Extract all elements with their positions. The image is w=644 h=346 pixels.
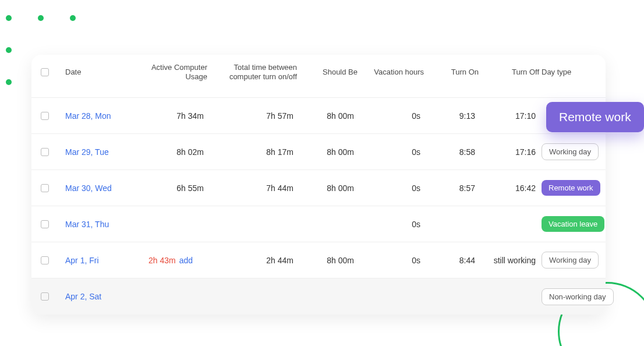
vacation-value: 0s xyxy=(360,256,424,265)
row-checkbox[interactable] xyxy=(41,256,49,264)
should-be-value: 8h 00m xyxy=(299,256,358,265)
should-be-value: 8h 00m xyxy=(299,111,358,121)
total-time-value: 7h 44m xyxy=(210,183,297,193)
table-row: Mar 31, Thu0sVacation leave xyxy=(31,206,606,242)
active-usage-value: 8h 02m xyxy=(176,147,204,157)
table-header-row: Date Active ComputerUsage Total time bet… xyxy=(31,55,606,98)
row-checkbox[interactable] xyxy=(41,148,49,156)
turn-on-value: 8:44 xyxy=(426,256,479,265)
turn-off-value: 17:10 xyxy=(481,111,539,121)
select-all-checkbox[interactable] xyxy=(41,68,49,76)
date-link[interactable]: Apr 2, Sat xyxy=(65,292,101,301)
table-row: Mar 29, Tue8h 02m8h 17m8h 00m0s8:5817:16… xyxy=(31,134,606,170)
turn-on-value: 8:57 xyxy=(426,183,479,193)
add-time-link[interactable]: add xyxy=(179,256,193,265)
active-usage-value: 2h 43m xyxy=(148,256,176,265)
date-link[interactable]: Apr 1, Fri xyxy=(65,256,99,265)
day-type-badge[interactable]: Vacation leave xyxy=(542,216,604,232)
header-vacation: Vacation hours xyxy=(374,68,424,77)
timesheet-card: Date Active ComputerUsage Total time bet… xyxy=(31,55,606,315)
row-checkbox[interactable] xyxy=(41,292,49,301)
vacation-value: 0s xyxy=(360,183,424,193)
timesheet-table: Date Active ComputerUsage Total time bet… xyxy=(31,55,606,315)
should-be-value: 8h 00m xyxy=(299,183,358,193)
vacation-value: 0s xyxy=(360,147,424,157)
vacation-value: 0s xyxy=(360,111,424,121)
header-day-type: Day type xyxy=(542,68,623,84)
total-time-value: 8h 17m xyxy=(210,147,297,157)
header-turn-on: Turn On xyxy=(451,68,479,77)
date-link[interactable]: Mar 29, Tue xyxy=(65,147,109,157)
active-usage-value: 6h 55m xyxy=(176,183,204,193)
day-type-badge[interactable]: Remote work xyxy=(542,180,600,196)
turn-off-value: 16:42 xyxy=(481,183,539,193)
highlight-day-type-badge[interactable]: Remote work xyxy=(546,102,644,132)
date-link[interactable]: Mar 30, Wed xyxy=(65,183,112,193)
table-row: Apr 2, SatNon-working day xyxy=(31,278,606,315)
row-checkbox[interactable] xyxy=(41,184,49,192)
date-link[interactable]: Mar 28, Mon xyxy=(65,111,111,121)
active-usage-value: 7h 34m xyxy=(176,111,204,121)
header-turn-off: Turn Off xyxy=(512,68,539,77)
turn-off-value: still working xyxy=(481,256,539,265)
turn-off-value: 17:16 xyxy=(481,147,539,157)
header-date: Date xyxy=(65,68,135,84)
table-row: Mar 28, Mon7h 34m7h 57m8h 00m0s9:1317:10 xyxy=(31,98,606,134)
turn-on-value: 9:13 xyxy=(426,111,479,121)
total-time-value: 2h 44m xyxy=(210,256,297,265)
table-row: Apr 1, Fri2h 43madd2h 44m8h 00m0s8:44sti… xyxy=(31,242,606,278)
should-be-value: 8h 00m xyxy=(299,147,358,157)
row-checkbox[interactable] xyxy=(41,112,49,120)
vacation-value: 0s xyxy=(360,220,424,229)
header-active-usage: Active ComputerUsage xyxy=(151,63,207,81)
table-row: Mar 30, Wed6h 55m7h 44m8h 00m0s8:5716:42… xyxy=(31,170,606,206)
row-checkbox[interactable] xyxy=(41,220,49,228)
header-total-time: Total time betweencomputer turn on/off xyxy=(229,63,297,81)
total-time-value: 7h 57m xyxy=(210,111,297,121)
day-type-badge[interactable]: Working day xyxy=(542,143,599,160)
day-type-badge[interactable]: Non-working day xyxy=(542,288,614,305)
day-type-badge[interactable]: Working day xyxy=(542,252,599,269)
turn-on-value: 8:58 xyxy=(426,147,479,157)
date-link[interactable]: Mar 31, Thu xyxy=(65,220,109,229)
header-should-be: Should Be xyxy=(323,68,358,77)
